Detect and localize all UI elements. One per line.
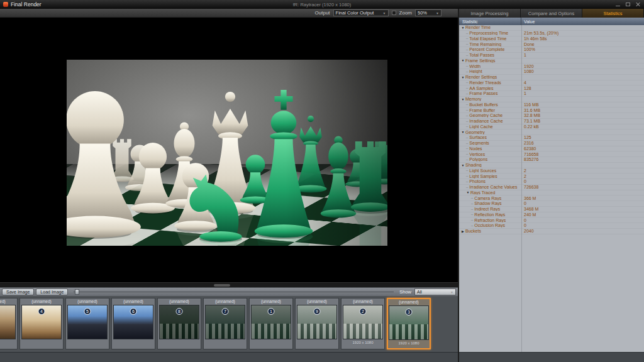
stats-row[interactable]: –Irradiance Cache Values726638 bbox=[459, 185, 644, 190]
tree-tick-icon: – bbox=[466, 180, 468, 184]
titlebar[interactable]: Final Render fR: Raytracer (1920 x 1080) bbox=[0, 0, 644, 9]
app-icon bbox=[3, 2, 8, 7]
thumbnail[interactable]: (unnamed)6 bbox=[111, 298, 155, 349]
stat-value: 2 bbox=[521, 174, 526, 178]
close-icon[interactable] bbox=[635, 2, 641, 7]
stats-row[interactable]: –Width1920 bbox=[459, 63, 644, 69]
collapse-icon[interactable]: ▼ bbox=[465, 190, 470, 194]
stats-row[interactable]: –Preprocessing Time21m 53.5s, (20%) bbox=[459, 31, 644, 36]
tree-tick-icon: – bbox=[466, 114, 468, 118]
stats-row[interactable]: ▼Render Settings bbox=[459, 75, 644, 80]
render-viewport[interactable] bbox=[0, 18, 458, 282]
stat-label: Indirect Rays bbox=[474, 207, 500, 211]
stats-row[interactable]: –Time RemainingDone bbox=[459, 41, 644, 47]
collapse-icon[interactable]: ▼ bbox=[460, 130, 465, 134]
stats-row[interactable]: ▼Shading bbox=[459, 163, 644, 168]
collapse-icon[interactable]: ▼ bbox=[460, 58, 465, 62]
thumbnail[interactable]: (unnamed)8 bbox=[157, 298, 201, 349]
stat-label: Light Sources bbox=[469, 168, 496, 173]
tree-tick-icon: – bbox=[471, 202, 473, 206]
stats-col-value[interactable]: Value bbox=[521, 19, 535, 24]
collapse-icon[interactable]: ▼ bbox=[460, 26, 465, 30]
show-dropdown[interactable]: All ▼ bbox=[414, 288, 456, 295]
stats-row[interactable]: ▼Render Time bbox=[459, 25, 644, 31]
stat-value: 366 M bbox=[521, 196, 536, 200]
expand-icon[interactable]: ▶ bbox=[460, 229, 465, 233]
scrollbar-thumb[interactable] bbox=[214, 284, 230, 287]
stats-row[interactable]: –Total Elapsed Time1h 46m 58s bbox=[459, 36, 644, 42]
stat-label: Total Passes bbox=[469, 53, 494, 57]
stat-label: Render Settings bbox=[465, 75, 497, 79]
stat-label: Width bbox=[469, 64, 480, 69]
thumbnail-badge: 3 bbox=[406, 309, 413, 315]
stats-row[interactable]: –Frame Passes1 bbox=[459, 91, 644, 97]
stats-row[interactable]: –Refraction Rays0 bbox=[459, 217, 644, 223]
slider-handle[interactable] bbox=[75, 289, 79, 295]
stats-row[interactable]: –Surfaces125 bbox=[459, 135, 644, 141]
thumbnail[interactable]: (unnamed)21920 x 1080 bbox=[341, 298, 385, 349]
thumbnail[interactable]: (unnamed)5 bbox=[65, 298, 109, 349]
zoom-dropdown-value: 50% bbox=[418, 10, 427, 16]
stats-row[interactable]: –Vertices716658 bbox=[459, 151, 644, 157]
stats-row[interactable]: –Render Threads4 bbox=[459, 80, 644, 86]
stat-label: Light Samples bbox=[469, 174, 497, 178]
collapse-icon[interactable]: ▼ bbox=[460, 163, 465, 167]
thumbnail[interactable]: (unnamed)31920 x 1080 bbox=[387, 298, 431, 349]
zoom-dropdown[interactable]: 50% ▼ bbox=[415, 9, 441, 16]
stats-row[interactable]: –Light Cache0.22 kB bbox=[459, 124, 644, 130]
minimize-icon[interactable] bbox=[615, 2, 621, 7]
stats-row[interactable]: –AA Samples128 bbox=[459, 85, 644, 91]
stat-value: 1 bbox=[521, 91, 526, 96]
collapse-icon[interactable]: ▼ bbox=[460, 75, 465, 79]
tab-compare-and-options[interactable]: Compare and Options bbox=[521, 9, 582, 18]
stats-row[interactable]: –Bucket Buffers116 MB bbox=[459, 102, 644, 108]
horizontal-scrollbar[interactable] bbox=[0, 282, 458, 287]
stats-row[interactable]: –Segments2316 bbox=[459, 141, 644, 146]
tree-tick-icon: – bbox=[466, 108, 468, 112]
chevron-down-icon: ▼ bbox=[436, 11, 439, 15]
show-label: Show bbox=[399, 289, 411, 295]
stats-row[interactable]: –Total Passes1 bbox=[459, 53, 644, 58]
thumbnail[interactable]: (unnamed)1 bbox=[249, 298, 293, 349]
load-image-button[interactable]: Load Image bbox=[36, 288, 68, 295]
stats-row[interactable]: –Light Samples2 bbox=[459, 173, 644, 179]
thumbnail[interactable]: (unnamed)4 bbox=[19, 298, 64, 349]
tab-image-processing[interactable]: Image Processing bbox=[459, 9, 521, 18]
stats-row[interactable]: ▼Geometry bbox=[459, 129, 644, 135]
stat-label: Photons bbox=[469, 179, 486, 184]
thumbnail[interactable]: (unnamed)9 bbox=[295, 298, 339, 349]
stats-row[interactable]: –Percent Complete100% bbox=[459, 47, 644, 53]
stats-row[interactable]: –Geometry Cache32.8 MB bbox=[459, 113, 644, 119]
save-image-button[interactable]: Save Image bbox=[2, 288, 34, 295]
stats-row[interactable]: –Reflection Rays240 M bbox=[459, 212, 644, 218]
stats-row[interactable]: –Irradiance Cache73.1 MB bbox=[459, 119, 644, 124]
stats-row[interactable]: –Occlusion Rays0 bbox=[459, 223, 644, 229]
stat-value: 21m 53.5s, (20%) bbox=[521, 31, 558, 35]
tree-tick-icon: – bbox=[471, 224, 473, 228]
thumbnail[interactable]: (unnamed) bbox=[0, 298, 18, 349]
stats-row[interactable]: –Shadow Rays0 bbox=[459, 201, 644, 207]
maximize-icon[interactable] bbox=[625, 2, 631, 7]
stats-row[interactable]: ▼Memory bbox=[459, 97, 644, 102]
stats-row[interactable]: –Indirect Rays3468 M bbox=[459, 207, 644, 212]
stats-row[interactable]: –Camera Rays366 M bbox=[459, 195, 644, 201]
stats-row[interactable]: –Photons0 bbox=[459, 179, 644, 185]
stats-row[interactable]: –Nodes62380 bbox=[459, 146, 644, 152]
stats-row[interactable]: –Frame Buffer31.6 MB bbox=[459, 107, 644, 113]
stats-row[interactable]: ▼Frame Settings bbox=[459, 58, 644, 64]
stats-col-statistic[interactable]: Statistic bbox=[459, 18, 521, 25]
toolbar-checkbox[interactable] bbox=[392, 11, 396, 15]
stats-row[interactable]: –Light Sources2 bbox=[459, 168, 644, 174]
stats-row[interactable]: ▶Buckets2040 bbox=[459, 229, 644, 234]
stats-row[interactable]: –Polygons835276 bbox=[459, 157, 644, 163]
stat-label: Shadow Rays bbox=[474, 201, 501, 206]
collapse-icon[interactable]: ▼ bbox=[460, 97, 465, 101]
stats-row[interactable]: –Height1080 bbox=[459, 69, 644, 75]
stats-row[interactable]: ▼Rays Traced bbox=[459, 190, 644, 196]
stat-value: 4 bbox=[521, 80, 526, 85]
output-dropdown[interactable]: Final Color Output ▼ bbox=[333, 9, 389, 16]
stat-value: 2 bbox=[521, 168, 526, 173]
tab-statistics[interactable]: Statistics bbox=[582, 9, 644, 18]
thumbnail[interactable]: (unnamed)7 bbox=[203, 298, 247, 349]
output-label: Output bbox=[315, 10, 330, 16]
